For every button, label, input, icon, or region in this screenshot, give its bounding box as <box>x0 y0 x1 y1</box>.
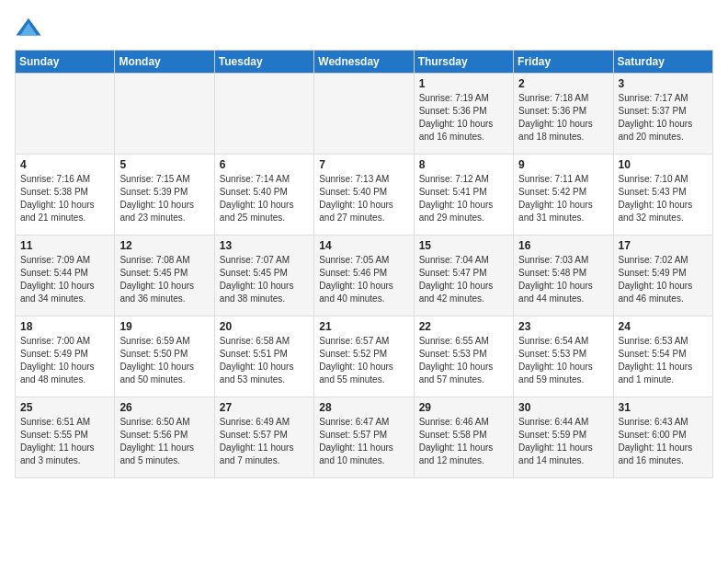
day-cell: 3Sunrise: 7:17 AM Sunset: 5:37 PM Daylig… <box>613 74 712 155</box>
day-number: 27 <box>220 401 309 414</box>
week-row-1: 1Sunrise: 7:19 AM Sunset: 5:36 PM Daylig… <box>16 74 713 155</box>
day-info: Sunrise: 7:16 AM Sunset: 5:38 PM Dayligh… <box>20 173 109 224</box>
day-cell <box>115 74 214 155</box>
day-number: 13 <box>220 239 309 252</box>
day-info: Sunrise: 6:55 AM Sunset: 5:53 PM Dayligh… <box>419 335 508 386</box>
day-info: Sunrise: 7:00 AM Sunset: 5:49 PM Dayligh… <box>20 335 109 386</box>
day-cell: 15Sunrise: 7:04 AM Sunset: 5:47 PM Dayli… <box>414 236 513 316</box>
day-number: 28 <box>319 401 408 414</box>
day-info: Sunrise: 7:10 AM Sunset: 5:43 PM Dayligh… <box>619 173 708 224</box>
day-info: Sunrise: 7:12 AM Sunset: 5:41 PM Dayligh… <box>419 173 508 224</box>
day-number: 11 <box>20 239 109 252</box>
day-cell <box>16 74 115 155</box>
day-number: 20 <box>220 320 309 333</box>
day-cell: 7Sunrise: 7:13 AM Sunset: 5:40 PM Daylig… <box>314 155 414 236</box>
day-cell: 4Sunrise: 7:16 AM Sunset: 5:38 PM Daylig… <box>16 155 115 236</box>
day-info: Sunrise: 6:53 AM Sunset: 5:54 PM Dayligh… <box>619 335 708 386</box>
day-info: Sunrise: 6:47 AM Sunset: 5:57 PM Dayligh… <box>319 416 408 467</box>
column-header-tuesday: Tuesday <box>214 51 313 74</box>
day-cell: 20Sunrise: 6:58 AM Sunset: 5:51 PM Dayli… <box>214 316 313 397</box>
logo <box>15 15 46 42</box>
day-number: 10 <box>619 158 708 171</box>
day-number: 17 <box>619 239 708 252</box>
week-row-5: 25Sunrise: 6:51 AM Sunset: 5:55 PM Dayli… <box>16 397 713 478</box>
day-cell <box>214 74 313 155</box>
day-number: 29 <box>419 401 508 414</box>
day-cell: 12Sunrise: 7:08 AM Sunset: 5:45 PM Dayli… <box>115 236 214 316</box>
day-number: 7 <box>319 158 408 171</box>
day-info: Sunrise: 6:44 AM Sunset: 5:59 PM Dayligh… <box>518 416 608 467</box>
day-cell: 28Sunrise: 6:47 AM Sunset: 5:57 PM Dayli… <box>314 397 414 478</box>
column-header-wednesday: Wednesday <box>314 51 414 74</box>
day-cell: 13Sunrise: 7:07 AM Sunset: 5:45 PM Dayli… <box>214 236 313 316</box>
day-number: 22 <box>419 320 508 333</box>
day-info: Sunrise: 6:49 AM Sunset: 5:57 PM Dayligh… <box>220 416 309 467</box>
day-cell: 9Sunrise: 7:11 AM Sunset: 5:42 PM Daylig… <box>514 155 613 236</box>
day-cell: 24Sunrise: 6:53 AM Sunset: 5:54 PM Dayli… <box>613 316 712 397</box>
day-cell: 31Sunrise: 6:43 AM Sunset: 6:00 PM Dayli… <box>613 397 712 478</box>
week-row-2: 4Sunrise: 7:16 AM Sunset: 5:38 PM Daylig… <box>16 155 713 236</box>
column-header-thursday: Thursday <box>414 51 513 74</box>
day-cell: 5Sunrise: 7:15 AM Sunset: 5:39 PM Daylig… <box>115 155 214 236</box>
day-info: Sunrise: 7:18 AM Sunset: 5:36 PM Dayligh… <box>518 92 608 144</box>
day-cell: 17Sunrise: 7:02 AM Sunset: 5:49 PM Dayli… <box>613 236 712 316</box>
day-cell: 18Sunrise: 7:00 AM Sunset: 5:49 PM Dayli… <box>16 316 115 397</box>
column-header-monday: Monday <box>115 51 214 74</box>
day-info: Sunrise: 6:43 AM Sunset: 6:00 PM Dayligh… <box>619 416 708 467</box>
day-cell: 19Sunrise: 6:59 AM Sunset: 5:50 PM Dayli… <box>115 316 214 397</box>
day-cell: 1Sunrise: 7:19 AM Sunset: 5:36 PM Daylig… <box>414 74 513 155</box>
day-cell: 30Sunrise: 6:44 AM Sunset: 5:59 PM Dayli… <box>514 397 613 478</box>
day-number: 31 <box>619 401 708 414</box>
day-cell: 14Sunrise: 7:05 AM Sunset: 5:46 PM Dayli… <box>314 236 414 316</box>
calendar-table: SundayMondayTuesdayWednesdayThursdayFrid… <box>15 50 713 478</box>
day-number: 30 <box>518 401 608 414</box>
day-number: 9 <box>518 158 608 171</box>
day-number: 5 <box>119 158 209 171</box>
day-info: Sunrise: 7:02 AM Sunset: 5:49 PM Dayligh… <box>619 254 708 305</box>
day-number: 15 <box>419 239 508 252</box>
day-info: Sunrise: 6:50 AM Sunset: 5:56 PM Dayligh… <box>119 416 209 467</box>
day-info: Sunrise: 6:46 AM Sunset: 5:58 PM Dayligh… <box>419 416 508 467</box>
day-cell: 8Sunrise: 7:12 AM Sunset: 5:41 PM Daylig… <box>414 155 513 236</box>
day-number: 26 <box>119 401 209 414</box>
day-info: Sunrise: 6:54 AM Sunset: 5:53 PM Dayligh… <box>518 335 608 386</box>
day-cell: 25Sunrise: 6:51 AM Sunset: 5:55 PM Dayli… <box>16 397 115 478</box>
day-number: 8 <box>419 158 508 171</box>
day-info: Sunrise: 7:14 AM Sunset: 5:40 PM Dayligh… <box>220 173 309 224</box>
day-number: 23 <box>518 320 608 333</box>
column-header-friday: Friday <box>514 51 613 74</box>
day-number: 2 <box>518 77 608 90</box>
day-number: 24 <box>619 320 708 333</box>
day-number: 18 <box>20 320 109 333</box>
day-cell: 21Sunrise: 6:57 AM Sunset: 5:52 PM Dayli… <box>314 316 414 397</box>
day-info: Sunrise: 7:09 AM Sunset: 5:44 PM Dayligh… <box>20 254 109 305</box>
day-cell: 16Sunrise: 7:03 AM Sunset: 5:48 PM Dayli… <box>514 236 613 316</box>
day-info: Sunrise: 7:08 AM Sunset: 5:45 PM Dayligh… <box>119 254 209 305</box>
day-info: Sunrise: 6:59 AM Sunset: 5:50 PM Dayligh… <box>119 335 209 386</box>
day-number: 4 <box>20 158 109 171</box>
day-info: Sunrise: 6:57 AM Sunset: 5:52 PM Dayligh… <box>319 335 408 386</box>
day-cell: 26Sunrise: 6:50 AM Sunset: 5:56 PM Dayli… <box>115 397 214 478</box>
day-info: Sunrise: 7:11 AM Sunset: 5:42 PM Dayligh… <box>518 173 608 224</box>
column-header-saturday: Saturday <box>613 51 712 74</box>
day-cell: 23Sunrise: 6:54 AM Sunset: 5:53 PM Dayli… <box>514 316 613 397</box>
day-cell <box>314 74 414 155</box>
day-info: Sunrise: 7:17 AM Sunset: 5:37 PM Dayligh… <box>619 92 708 144</box>
day-number: 14 <box>319 239 408 252</box>
day-cell: 29Sunrise: 6:46 AM Sunset: 5:58 PM Dayli… <box>414 397 513 478</box>
day-cell: 11Sunrise: 7:09 AM Sunset: 5:44 PM Dayli… <box>16 236 115 316</box>
week-row-4: 18Sunrise: 7:00 AM Sunset: 5:49 PM Dayli… <box>16 316 713 397</box>
logo-icon <box>15 15 42 42</box>
day-cell: 2Sunrise: 7:18 AM Sunset: 5:36 PM Daylig… <box>514 74 613 155</box>
day-info: Sunrise: 6:51 AM Sunset: 5:55 PM Dayligh… <box>20 416 109 467</box>
day-info: Sunrise: 7:15 AM Sunset: 5:39 PM Dayligh… <box>119 173 209 224</box>
header-row: SundayMondayTuesdayWednesdayThursdayFrid… <box>16 51 713 74</box>
day-info: Sunrise: 7:07 AM Sunset: 5:45 PM Dayligh… <box>220 254 309 305</box>
day-number: 16 <box>518 239 608 252</box>
day-number: 6 <box>220 158 309 171</box>
day-info: Sunrise: 7:05 AM Sunset: 5:46 PM Dayligh… <box>319 254 408 305</box>
day-info: Sunrise: 6:58 AM Sunset: 5:51 PM Dayligh… <box>220 335 309 386</box>
day-number: 19 <box>119 320 209 333</box>
page-header <box>15 15 713 42</box>
day-info: Sunrise: 7:13 AM Sunset: 5:40 PM Dayligh… <box>319 173 408 224</box>
